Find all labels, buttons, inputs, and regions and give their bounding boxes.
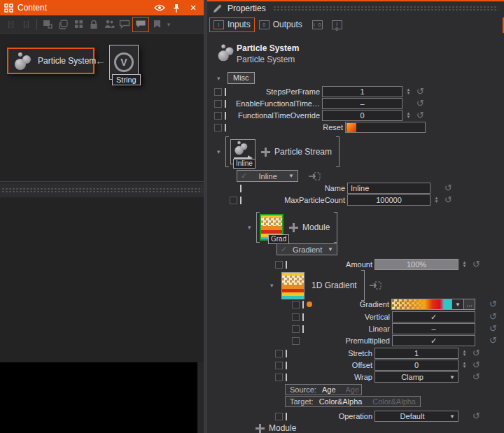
gradient-preview-bar[interactable] (391, 299, 451, 310)
row-checkbox[interactable] (292, 313, 300, 321)
row-checkbox[interactable] (275, 261, 283, 269)
pin-indicator[interactable] (240, 185, 241, 192)
row-checkbox[interactable] (292, 337, 300, 345)
pin-indicator[interactable] (286, 413, 287, 420)
reset-default-icon[interactable]: ↺ (471, 348, 482, 358)
spinner[interactable]: ▲▼ (404, 88, 413, 95)
content-titlebar[interactable]: Content ✕ (0, 0, 204, 15)
value-field[interactable]: 0 (374, 360, 458, 371)
collapse-triangle-icon[interactable]: ▾ (217, 75, 225, 82)
add-icon[interactable] (289, 223, 298, 232)
lower-empty-area[interactable] (0, 197, 204, 362)
group-users-icon[interactable] (102, 17, 117, 31)
bookmark-icon[interactable] (149, 17, 164, 31)
io-columns-button[interactable]: I0 (312, 20, 326, 29)
source-selector[interactable]: Source: Age Age (285, 384, 362, 395)
reset-default-icon[interactable]: ↺ (488, 299, 498, 309)
row-checkbox[interactable] (275, 350, 283, 357)
toggle-field[interactable]: ✓ (392, 311, 475, 322)
io-rows-button[interactable]: I0 (332, 20, 346, 29)
gradient-editor-field[interactable]: ▼ ... (391, 299, 475, 310)
reset-default-icon[interactable]: ↺ (471, 372, 482, 382)
bookmark-caret-icon[interactable]: ▾ (164, 17, 173, 31)
reset-default-icon[interactable]: ↺ (488, 324, 498, 334)
properties-titlebar[interactable]: Properties (207, 1, 504, 15)
value-field[interactable]: 1 (374, 348, 458, 359)
pin-indicator[interactable] (286, 362, 287, 369)
toggle-field[interactable]: ✓ (392, 335, 475, 346)
reset-default-icon[interactable]: ↺ (415, 99, 426, 108)
tab-outputs[interactable]: 0 Outputs (255, 17, 307, 32)
collapse-triangle-icon[interactable]: ▾ (270, 282, 279, 289)
target-selector[interactable]: Target: Color&Alpha Color&Alpha (285, 396, 421, 407)
row-checkbox[interactable] (292, 325, 300, 333)
value-field[interactable]: 1 (322, 86, 402, 97)
add-module-button[interactable]: Module (255, 423, 296, 433)
collapse-triangle-icon[interactable]: ▾ (248, 224, 256, 231)
reset-default-icon[interactable]: ↺ (471, 360, 482, 370)
bang-button[interactable] (346, 123, 356, 132)
gradient-1d-thumb[interactable] (281, 272, 304, 299)
inline-combo[interactable]: ✓ Inline ▼ (237, 170, 298, 182)
gradient-module-thumb[interactable]: Grad (260, 214, 284, 241)
export-up-icon[interactable]: [↑] (3, 17, 18, 31)
grid-icon[interactable] (71, 17, 86, 31)
pin-indicator[interactable] (286, 350, 287, 357)
amount-slider[interactable]: 100% (374, 259, 458, 270)
text-input[interactable]: Inline (347, 183, 430, 194)
operation-dropdown[interactable]: Default ▼ (374, 411, 458, 422)
tab-inputs[interactable]: I Inputs (209, 17, 255, 32)
extract-inline-icon[interactable] (309, 171, 321, 181)
row-checkbox[interactable] (275, 374, 283, 381)
value-field[interactable]: 100000 (347, 194, 430, 206)
gradient-ellipsis-button[interactable]: ... (463, 299, 475, 310)
row-checkbox[interactable] (214, 88, 222, 96)
row-checkbox[interactable] (275, 362, 283, 369)
alias-icon[interactable] (40, 17, 55, 31)
pin-indicator[interactable] (286, 261, 287, 269)
row-checkbox[interactable] (275, 413, 283, 420)
spinner[interactable]: ▲▼ (460, 362, 469, 369)
pin-indicator[interactable] (225, 124, 226, 132)
toggle-field[interactable]: – (392, 323, 475, 334)
import-down-icon[interactable]: [↓] (18, 17, 34, 31)
extract-inline-icon[interactable] (370, 281, 382, 290)
pin-indicator[interactable] (302, 301, 304, 308)
pin-indicator[interactable] (302, 325, 304, 333)
stack-icon[interactable] (55, 17, 71, 31)
pin-indicator[interactable] (225, 112, 226, 120)
reset-default-icon[interactable]: ↺ (471, 411, 482, 421)
pin-icon[interactable] (170, 1, 183, 14)
reset-default-icon[interactable]: ↺ (443, 195, 454, 205)
row-checkbox[interactable] (230, 197, 237, 204)
pin-indicator[interactable] (286, 374, 287, 381)
reset-default-icon[interactable]: ↺ (488, 336, 498, 346)
eye-icon[interactable] (153, 1, 166, 14)
row-checkbox[interactable] (214, 112, 222, 120)
reset-default-icon[interactable]: ↺ (415, 111, 426, 120)
row-checkbox[interactable] (214, 124, 222, 132)
pin-indicator[interactable] (225, 88, 226, 96)
bang-field[interactable] (345, 122, 426, 133)
lock-icon[interactable] (86, 17, 102, 31)
caret-down-icon[interactable]: ▼ (451, 299, 463, 310)
reset-default-icon[interactable]: ↺ (471, 260, 482, 269)
spinner[interactable]: ▲▼ (460, 350, 469, 357)
add-icon[interactable] (261, 148, 270, 157)
reset-default-icon[interactable]: ↺ (443, 183, 454, 193)
connected-pin-dot[interactable] (307, 301, 312, 307)
patch-canvas[interactable]: Particle System ← V String (0, 34, 204, 182)
gradient-combo[interactable]: ✓ Gradient ▼ (276, 243, 337, 255)
particle-stream-thumb[interactable]: Inline (230, 139, 255, 164)
comment-icon[interactable] (117, 17, 132, 31)
row-checkbox[interactable] (292, 301, 300, 308)
row-checkbox[interactable] (214, 100, 222, 108)
comment-active-icon[interactable] (132, 17, 149, 32)
value-field[interactable]: – (322, 98, 402, 109)
reset-default-icon[interactable]: ↺ (415, 87, 426, 97)
misc-category[interactable]: ▾ Misc (217, 72, 255, 84)
collapse-triangle-icon[interactable]: ▾ (217, 148, 225, 155)
close-icon[interactable]: ✕ (187, 1, 200, 14)
value-field[interactable]: 0 (322, 110, 402, 121)
particle-system-node[interactable]: Particle System (7, 48, 94, 74)
